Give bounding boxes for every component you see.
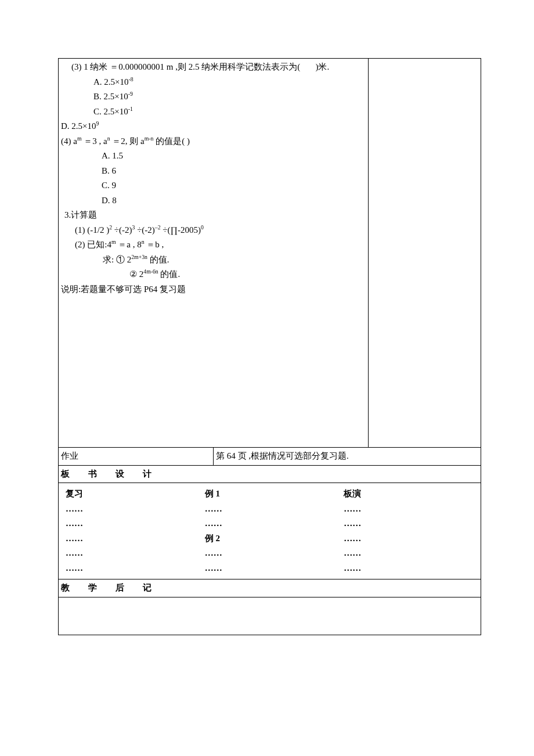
q3-d-exp: 9: [96, 120, 99, 127]
q4-exp-mn: m-n: [145, 135, 154, 142]
q3-stem: (3) 1 纳米 ＝0.000000001 m ,则 2.5 纳米用科学记数法表…: [61, 60, 366, 75]
q3-b-exp: -9: [128, 91, 133, 97]
page: (3) 1 纳米 ＝0.000000001 m ,则 2.5 纳米用科学记数法表…: [0, 0, 534, 756]
board-col2: 例 1 …… …… 例 2 …… ……: [203, 485, 337, 577]
board-col1-3: ……: [66, 531, 196, 546]
c4a: ② 2: [129, 269, 143, 279]
c1b: ÷(-2): [112, 225, 132, 235]
note: 说明:若题量不够可选 P64 复习题: [61, 282, 366, 297]
q4-opt-d: D. 8: [61, 193, 366, 208]
q3-c-base: C. 2.5×10: [93, 107, 128, 116]
c1a: (1) (-1/2 ): [75, 225, 109, 235]
calc-title: 3.计算题: [61, 208, 366, 223]
afternote-body-row: [59, 597, 481, 635]
c3e7: 2m+3n: [131, 254, 147, 260]
board-col1-5: ……: [66, 561, 196, 576]
q4-stem: (4) am ＝3 , an ＝2, 则 am-n 的值是( ): [61, 134, 366, 149]
content-cell: (3) 1 纳米 ＝0.000000001 m ,则 2.5 纳米用科学记数法表…: [59, 59, 369, 448]
c4e8: 4m-6n: [143, 268, 158, 275]
q3-text-a: (3) 1 纳米 ＝0.000000001 m ,则 2.5 纳米用科学记数法表…: [71, 62, 300, 71]
c2e5: m: [111, 239, 116, 245]
q3-text-b: )米.: [315, 62, 329, 71]
homework-text: 第 64 页 ,根据情况可选部分复习题.: [214, 448, 481, 466]
homework-label: 作业: [59, 448, 214, 466]
q3-opt-b: B. 2.5×10-9: [61, 89, 366, 105]
q3-d-base: D. 2.5×10: [61, 121, 96, 131]
board-col1-0: 复习: [66, 487, 196, 502]
q3-a-base: A. 2.5×10: [93, 77, 129, 87]
calc-line4: ② 24m-6n 的值.: [61, 267, 366, 282]
c2c: ＝b ,: [145, 240, 164, 249]
c4b: 的值.: [158, 269, 181, 279]
c1e3: –2: [155, 224, 161, 231]
homework-row: 作业 第 64 页 ,根据情况可选部分复习题.: [59, 448, 481, 466]
q4-opt-b: B. 6: [61, 164, 366, 179]
board-col2-1: ……: [205, 502, 335, 517]
q3-opt-d: D. 2.5×109: [61, 119, 366, 134]
q4-opt-c: C. 9: [61, 178, 366, 193]
q4-exp-m: m: [77, 135, 82, 142]
afternote-body: [59, 597, 481, 635]
q4-mid1: ＝3 , a: [82, 136, 107, 146]
q4-opt-a: A. 1.5: [61, 149, 366, 164]
afternote-header: 教学后记: [59, 579, 481, 597]
calc-line2: (2) 已知:4m ＝a , 8n ＝b ,: [61, 237, 366, 253]
q3-a-exp: -8: [129, 76, 134, 82]
q3-b-base: B. 2.5×10: [93, 92, 128, 101]
lesson-table: (3) 1 纳米 ＝0.000000001 m ,则 2.5 纳米用科学记数法表…: [58, 58, 481, 635]
board-col1-4: ……: [66, 546, 196, 561]
board-col3-1: ……: [344, 502, 474, 517]
board-col3-2: ……: [344, 516, 474, 531]
afternote-header-row: 教学后记: [59, 579, 481, 597]
board-col1-1: ……: [66, 502, 196, 517]
board-col2-5: ……: [205, 561, 335, 576]
q3-opt-a: A. 2.5×10-8: [61, 75, 366, 90]
board-col3-4: ……: [344, 546, 474, 561]
board-col3: 板演 …… …… …… …… ……: [341, 485, 476, 577]
calc-line1: (1) (-1/2 )2 ÷(-2)3 ÷(-2)–2 ÷(∏-2005)0: [61, 223, 366, 238]
board-col2-0: 例 1: [205, 487, 335, 502]
c2b: ＝a , 8: [116, 240, 142, 249]
board-col2-4: ……: [205, 546, 335, 561]
calc-line3: 求: ① 22m+3n 的值.: [61, 253, 366, 268]
board-header-row: 板书设计: [59, 465, 481, 483]
board-body-row: 复习 …… …… …… …… …… 例 1 …… …… 例 2 ……: [59, 483, 481, 579]
c1c: ÷(-2): [135, 225, 154, 235]
q4-b: 的值是( ): [153, 136, 190, 146]
board-header: 板书设计: [59, 465, 481, 483]
q4-mid2: ＝2, 则 a: [110, 136, 145, 146]
q4-a: (4) a: [61, 136, 77, 146]
board-col3-0: 板演: [344, 487, 474, 502]
board-col1: 复习 …… …… …… …… ……: [63, 485, 198, 577]
c3a: 求: ① 2: [103, 255, 131, 264]
c3b: 的值.: [147, 255, 169, 264]
board-col3-5: ……: [344, 561, 474, 576]
board-col1-2: ……: [66, 516, 196, 531]
board-col2-3: 例 2: [205, 531, 335, 546]
c1e4: 0: [201, 224, 204, 231]
board-col3-3: ……: [344, 531, 474, 546]
q3-opt-c: C. 2.5×10-1: [61, 105, 366, 120]
c1d: ÷(∏-2005): [161, 225, 201, 235]
board-col2-2: ……: [205, 516, 335, 531]
q3-c-exp: -1: [128, 106, 133, 112]
c2a: (2) 已知:4: [75, 240, 111, 249]
side-cell: [369, 59, 481, 448]
